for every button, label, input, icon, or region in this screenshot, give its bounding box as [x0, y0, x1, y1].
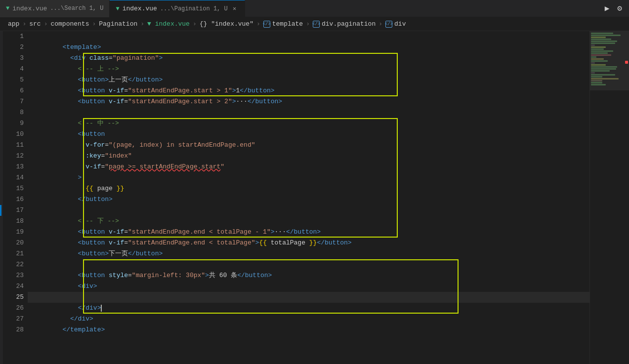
- line-num-18: 18: [3, 216, 24, 227]
- template-tag-icon: </>: [263, 21, 270, 28]
- vue-icon-1: ▼: [6, 5, 9, 12]
- line-num-22: 22: [3, 259, 24, 270]
- breadcrumb-app[interactable]: app: [8, 20, 19, 28]
- code-line-19: <button v-if="startAndEndPage.end < tota…: [28, 227, 589, 238]
- code-line-18: <button v-if="startAndEndPage.end < tota…: [28, 216, 589, 227]
- code-line-1: <template>: [28, 31, 589, 42]
- code-line-3: <!-- 上 -->: [28, 53, 589, 64]
- code-line-15: </button>: [28, 183, 589, 194]
- code-line-10: v-for="(page, index) in startAndEndPage.…: [28, 129, 589, 140]
- line-num-16: 16: [3, 194, 24, 205]
- minimap: [589, 31, 629, 364]
- code-line-22: <button style="margin-left: 30px">共 60 条…: [28, 259, 589, 270]
- code-line-26: </div>: [28, 303, 589, 314]
- code-line-14: {{ page }}: [28, 172, 589, 183]
- breadcrumb-divpagination-label: div.pagination: [322, 20, 376, 28]
- code-line-4: <button>上一页</button>: [28, 64, 589, 75]
- breadcrumb-file[interactable]: ▼ index.vue: [147, 20, 190, 28]
- line-num-4: 4: [3, 64, 24, 75]
- line-num-6: 6: [3, 85, 24, 96]
- code-line-21: [28, 248, 589, 259]
- line-num-11: 11: [3, 140, 24, 151]
- breadcrumb-div[interactable]: </> div: [385, 20, 406, 28]
- code-line-27: </template>: [28, 314, 589, 324]
- line-num-24: 24: [3, 281, 24, 292]
- tab1-filename: index.vue: [12, 5, 47, 12]
- code-line-16: [28, 194, 589, 205]
- line-num-2: 2: [3, 42, 24, 53]
- line-num-15: 15: [3, 183, 24, 194]
- tab-pagination[interactable]: ▼ index.vue ...\Pagination 1, U ✕: [110, 0, 245, 17]
- sep6: ›: [256, 20, 260, 28]
- sep3: ›: [92, 20, 96, 28]
- line-num-7: 7: [3, 96, 24, 107]
- debug-button[interactable]: ⚙: [615, 1, 624, 15]
- sep7: ›: [306, 20, 310, 28]
- code-line-12: v-if="page >= startAndEndPage.start": [28, 151, 589, 162]
- line-num-27: 27: [3, 314, 24, 324]
- tab2-path: ...\Pagination 1, U: [160, 5, 228, 12]
- line-num-28: 28: [3, 324, 24, 335]
- vue-icon-2: ▼: [116, 5, 119, 12]
- active-indicator: [0, 205, 1, 216]
- line-num-23: 23: [3, 270, 24, 281]
- div-pagination-icon: </>: [313, 21, 320, 28]
- sep4: ›: [140, 20, 144, 28]
- tab2-filename: index.vue: [123, 5, 157, 12]
- line-num-12: 12: [3, 151, 24, 162]
- sep2: ›: [44, 20, 48, 28]
- code-line-9: <button: [28, 118, 589, 129]
- tab-actions: ▶ ⚙: [603, 1, 629, 15]
- minimap-viewport: [590, 31, 629, 90]
- code-line-6: <button v-if="startAndEndPage.start > 2"…: [28, 85, 589, 96]
- line-num-3: 3: [3, 53, 24, 64]
- line-num-13: 13: [3, 162, 24, 172]
- line-num-5: 5: [3, 75, 24, 85]
- tab-search[interactable]: ▼ index.vue ...\Search 1, U: [0, 0, 110, 17]
- sep1: ›: [22, 20, 26, 28]
- div-icon: </>: [385, 21, 392, 28]
- line-num-9: 9: [3, 118, 24, 129]
- line-num-17: 17: [3, 205, 24, 216]
- minimap-error-indicator: [625, 61, 628, 64]
- line-num-14: 14: [3, 172, 24, 183]
- code-line-5: <button v-if="startAndEndPage.start > 1"…: [28, 75, 589, 85]
- line-num-20: 20: [3, 238, 24, 248]
- code-line-8: <!-- 中 -->: [28, 107, 589, 118]
- breadcrumb-indexvue[interactable]: {} "index.vue": [200, 20, 253, 28]
- run-button[interactable]: ▶: [603, 1, 612, 15]
- editor: 1 2 3 4 5 6 7 8 9 10 11 12 13 14 15 16 1…: [0, 31, 629, 364]
- line-num-10: 10: [3, 129, 24, 140]
- tab1-path: ...\Search 1, U: [50, 5, 103, 12]
- line-num-8: 8: [3, 107, 24, 118]
- code-line-7: [28, 96, 589, 107]
- sep5: ›: [193, 20, 197, 28]
- line-num-1: 1: [3, 31, 24, 42]
- breadcrumb-template-label: template: [272, 20, 303, 28]
- tab2-close-button[interactable]: ✕: [231, 5, 239, 13]
- code-area[interactable]: <template> <div class="pagination"> <!--…: [28, 31, 589, 364]
- breadcrumb-div-pagination[interactable]: </> div.pagination: [313, 20, 376, 28]
- code-line-20: <button>下一页</button>: [28, 238, 589, 248]
- breadcrumb-pagination[interactable]: Pagination: [99, 20, 137, 28]
- line-num-26: 26: [3, 303, 24, 314]
- code-line-24: {{ `${startAndEndPage.start}:${startAndE…: [28, 281, 589, 292]
- tab-bar: ▼ index.vue ...\Search 1, U ▼ index.vue …: [0, 0, 629, 17]
- code-line-23: <div>: [28, 270, 589, 281]
- line-numbers: 1 2 3 4 5 6 7 8 9 10 11 12 13 14 15 16 1…: [3, 31, 28, 364]
- code-line-28: [28, 324, 589, 335]
- breadcrumb-components[interactable]: components: [50, 20, 89, 28]
- breadcrumb-src[interactable]: src: [29, 20, 41, 28]
- code-line-2: <div class="pagination">: [28, 42, 589, 53]
- breadcrumb: app › src › components › Pagination › ▼ …: [0, 17, 629, 31]
- code-line-11: :key="index": [28, 140, 589, 151]
- breadcrumb-div-label: div: [394, 20, 406, 28]
- breadcrumb-template[interactable]: </> template: [263, 20, 303, 28]
- line-num-19: 19: [3, 227, 24, 238]
- code-line-13: >: [28, 162, 589, 172]
- code-line-25: </div>: [28, 292, 589, 303]
- line-num-21: 21: [3, 248, 24, 259]
- sep8: ›: [378, 20, 382, 28]
- code-line-17: <!-- 下 -->: [28, 205, 589, 216]
- line-num-25: 25: [3, 292, 24, 303]
